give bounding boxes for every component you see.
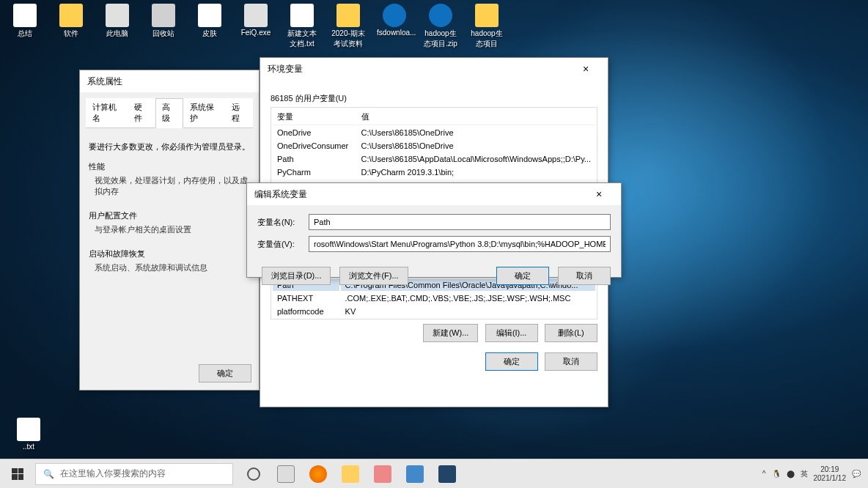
cancel-button[interactable]: 取消 bbox=[545, 352, 597, 371]
var-value-input[interactable] bbox=[309, 236, 611, 252]
desktop-icons-row: 总结软件此电脑回收站皮肤FeiQ.exe新建文本文档.txt2020-期末考试资… bbox=[7, 4, 504, 49]
close-icon[interactable]: × bbox=[584, 183, 614, 205]
ok-button[interactable]: 确定 bbox=[199, 364, 251, 382]
dialog-title-text: 环境变量 bbox=[268, 58, 303, 80]
table-row[interactable]: OneDriveConsumerC:\Users\86185\OneDrive bbox=[273, 140, 595, 152]
ok-button[interactable]: 确定 bbox=[485, 352, 538, 371]
trash-icon bbox=[152, 4, 175, 27]
tab-系统保护[interactable]: 系统保护 bbox=[183, 98, 225, 127]
app-icon[interactable] bbox=[433, 459, 462, 489]
icon-label: FeiQ.exe bbox=[238, 29, 273, 37]
icon-label: 2020-期末考试资料 bbox=[331, 29, 366, 49]
dialog-body: 要进行大多数更改，你必须作为管理员登录。 性能视觉效果，处理器计划，内存使用，以… bbox=[80, 128, 259, 294]
search-input[interactable]: 🔍 在这里输入你要搜索的内容 bbox=[35, 463, 233, 485]
icon-label: 软件 bbox=[54, 29, 89, 39]
desktop-icon[interactable]: ..txt bbox=[11, 418, 46, 451]
delete-button[interactable]: 删除(L) bbox=[545, 324, 597, 342]
var-value-label: 变量值(V): bbox=[257, 239, 309, 250]
table-row[interactable]: PATHEXT.COM;.EXE;.BAT;.CMD;.VBS;.VBE;.JS… bbox=[273, 292, 595, 304]
app-icon[interactable] bbox=[368, 459, 397, 489]
tabs: 计算机名硬件高级系统保护远程 bbox=[86, 98, 253, 128]
dialog-titlebar[interactable]: 编辑系统变量 × bbox=[247, 183, 621, 205]
desktop-icon[interactable]: FeiQ.exe bbox=[238, 4, 273, 49]
dialog-titlebar[interactable]: 环境变量 × bbox=[260, 58, 608, 80]
desktop-icon[interactable]: 回收站 bbox=[146, 4, 181, 49]
icon-label: 总结 bbox=[7, 29, 43, 39]
clock[interactable]: 20:19 2021/1/12 bbox=[814, 465, 847, 483]
pc-icon bbox=[106, 4, 129, 27]
browse-dir-button[interactable]: 浏览目录(D)... bbox=[262, 267, 331, 285]
user-vars-label: 86185 的用户变量(U) bbox=[271, 93, 597, 104]
tab-硬件[interactable]: 硬件 bbox=[128, 98, 155, 127]
section-title: 性能 bbox=[89, 161, 250, 172]
windows-logo-icon bbox=[12, 468, 23, 480]
search-icon: 🔍 bbox=[43, 469, 54, 479]
cancel-button[interactable]: 取消 bbox=[558, 267, 611, 285]
desktop-icon[interactable]: 2020-期末考试资料 bbox=[331, 4, 366, 49]
tab-计算机名[interactable]: 计算机名 bbox=[86, 98, 128, 127]
tray-icon[interactable]: 🐧 bbox=[772, 470, 781, 478]
ime-indicator[interactable]: 英 bbox=[801, 469, 808, 479]
folder-icon bbox=[59, 4, 83, 27]
icon-label: 新建文本文档.txt bbox=[284, 29, 320, 49]
zip-icon bbox=[429, 4, 452, 27]
app-icon[interactable] bbox=[400, 459, 430, 489]
tray-icon[interactable]: ⬤ bbox=[787, 470, 795, 478]
section-desc: 与登录帐户相关的桌面设置 bbox=[89, 224, 250, 235]
system-tray: ^ 🐧 ⬤ 英 20:19 2021/1/12 💬 bbox=[762, 465, 868, 483]
desktop-icon[interactable]: 总结 bbox=[7, 4, 43, 49]
section-desc: 系统启动、系统故障和调试信息 bbox=[89, 262, 250, 273]
txt-icon bbox=[13, 4, 37, 27]
file-icon bbox=[17, 418, 40, 441]
section-title: 用户配置文件 bbox=[89, 210, 250, 221]
close-icon[interactable]: × bbox=[571, 58, 600, 80]
txt-icon bbox=[290, 4, 314, 27]
icon-label: hadoop生态项目.zip bbox=[423, 29, 458, 49]
desktop-icon[interactable]: hadoop生态项目.zip bbox=[423, 4, 458, 49]
icon-label: 回收站 bbox=[146, 29, 181, 39]
desktop-icon[interactable]: fsdownloa... bbox=[377, 4, 412, 49]
tab-远程[interactable]: 远程 bbox=[225, 98, 253, 127]
dialog-body: 变量名(N): 变量值(V): bbox=[247, 205, 621, 267]
desktop-icon[interactable]: 皮肤 bbox=[192, 4, 227, 49]
admin-note: 要进行大多数更改，你必须作为管理员登录。 bbox=[89, 141, 250, 152]
notifications-icon[interactable]: 💬 bbox=[852, 470, 861, 478]
icon-label: fsdownloa... bbox=[377, 29, 412, 37]
folder-icon bbox=[336, 4, 360, 27]
task-view-icon[interactable] bbox=[271, 459, 301, 489]
new-button[interactable]: 新建(W)... bbox=[423, 324, 478, 342]
firefox-icon[interactable] bbox=[304, 459, 333, 489]
icon-label: 此电脑 bbox=[100, 29, 135, 39]
explorer-icon[interactable] bbox=[336, 459, 365, 489]
dialog-title-text: 编辑系统变量 bbox=[254, 183, 307, 205]
table-row[interactable]: PyCharmD:\PyCharm 2019.3.1\bin; bbox=[273, 166, 595, 178]
desktop-icon[interactable]: 此电脑 bbox=[100, 4, 135, 49]
tray-chevron-icon[interactable]: ^ bbox=[762, 470, 766, 478]
edit-button[interactable]: 编辑(I)... bbox=[485, 324, 538, 342]
ok-button[interactable]: 确定 bbox=[496, 267, 549, 285]
exe-icon bbox=[244, 4, 268, 27]
taskbar-apps bbox=[239, 459, 462, 489]
folder-icon bbox=[475, 4, 499, 27]
cortana-icon[interactable] bbox=[239, 459, 268, 489]
section-desc: 视觉效果，处理器计划，内存使用，以及虚拟内存 bbox=[89, 175, 250, 197]
desktop-icon[interactable]: 软件 bbox=[54, 4, 89, 49]
dialog-titlebar[interactable]: 系统属性 bbox=[80, 70, 259, 92]
icon-label: 皮肤 bbox=[192, 29, 227, 39]
edit-system-variable-dialog: 编辑系统变量 × 变量名(N): 变量值(V): 浏览目录(D)... 浏览文件… bbox=[246, 182, 622, 278]
table-row[interactable]: platformcodeKV bbox=[273, 306, 595, 317]
taskbar: 🔍 在这里输入你要搜索的内容 ^ 🐧 ⬤ 英 20:19 2021/1/12 💬 bbox=[0, 459, 868, 488]
desktop-icon[interactable]: 新建文本文档.txt bbox=[284, 4, 320, 49]
start-button[interactable] bbox=[0, 459, 35, 489]
var-name-label: 变量名(N): bbox=[257, 217, 309, 228]
tab-高级[interactable]: 高级 bbox=[155, 98, 183, 128]
system-properties-dialog: 系统属性 计算机名硬件高级系统保护远程 要进行大多数更改，你必须作为管理员登录。… bbox=[79, 70, 260, 391]
desktop-icon[interactable]: hadoop生态项目 bbox=[469, 4, 504, 49]
table-row[interactable]: PathC:\Users\86185\AppData\Local\Microso… bbox=[273, 153, 595, 165]
browse-file-button[interactable]: 浏览文件(F)... bbox=[339, 267, 408, 285]
table-row[interactable]: OneDriveC:\Users\86185\OneDrive bbox=[273, 127, 595, 138]
var-name-input[interactable] bbox=[309, 214, 611, 230]
zip-icon bbox=[383, 4, 406, 27]
icon-label: hadoop生态项目 bbox=[469, 29, 504, 49]
section-title: 启动和故障恢复 bbox=[89, 248, 250, 259]
